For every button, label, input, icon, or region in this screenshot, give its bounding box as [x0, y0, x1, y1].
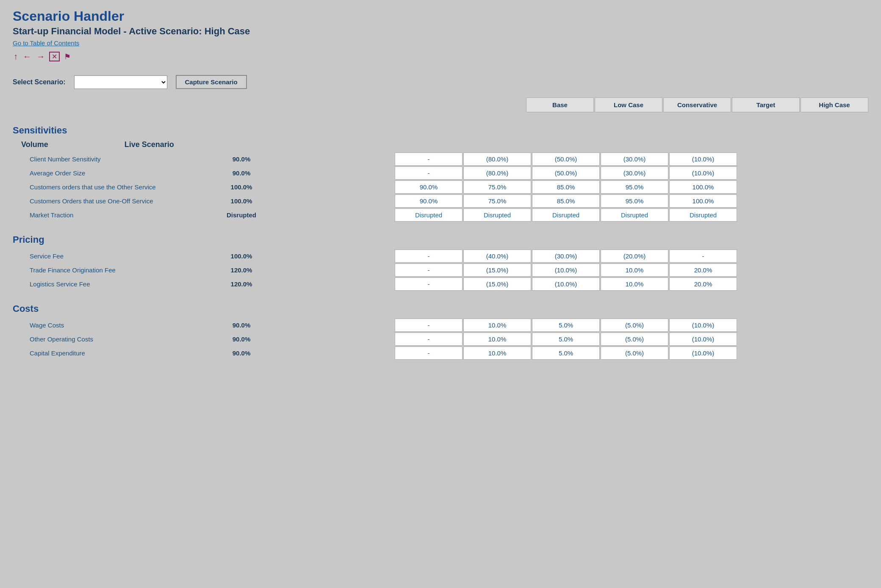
base-cell: -	[395, 333, 463, 346]
pricing-subsection: Pricing Service Fee100.0%-(40.0%)(30.0%)…	[13, 234, 868, 291]
high-cell: 100.0%	[669, 194, 737, 208]
target-cell: (5.0%)	[601, 319, 668, 332]
row-name: Other Operating Costs	[13, 333, 216, 345]
sensitivities-section: Sensitivities Volume Live Scenario Clien…	[13, 125, 868, 360]
low-cell: (80.0%)	[463, 153, 531, 166]
target-cell: (20.0%)	[601, 250, 668, 263]
main-layout: Base Low Case Conservative Target High C…	[13, 97, 868, 360]
conservative-cell: (10.0%)	[532, 263, 600, 277]
target-cell: (5.0%)	[601, 347, 668, 360]
up-arrow-button[interactable]: ↑	[13, 51, 19, 62]
row-name: Client Number Sensitivity	[13, 153, 216, 165]
volume-rows: Client Number Sensitivity90.0%-(80.0%)(5…	[13, 153, 868, 222]
subtitle: Start-up Financial Model - Active Scenar…	[13, 26, 868, 37]
target-cell: Disrupted	[601, 208, 668, 222]
base-cell: -	[395, 153, 463, 166]
row-live-value: Disrupted	[216, 209, 267, 221]
col-header-highcase: High Case	[801, 97, 868, 112]
right-arrow-button[interactable]: →	[36, 51, 46, 62]
table-row: Average Order Size90.0%-(80.0%)(50.0%)(3…	[13, 166, 868, 180]
conservative-cell: 85.0%	[532, 180, 600, 194]
row-name: Logistics Service Fee	[13, 278, 216, 290]
close-x-button[interactable]: ✕	[49, 52, 60, 61]
toc-link[interactable]: Go to Table of Contents	[13, 39, 79, 47]
row-live-value: 120.0%	[216, 278, 267, 290]
table-row: Customers orders that use the Other Serv…	[13, 180, 868, 194]
row-name: Service Fee	[13, 250, 216, 262]
base-cell: -	[395, 263, 463, 277]
base-cell: 90.0%	[395, 194, 463, 208]
conservative-cell: 85.0%	[532, 194, 600, 208]
low-cell: (15.0%)	[463, 263, 531, 277]
sensitivities-label: Sensitivities	[13, 125, 868, 136]
base-cell: -	[395, 250, 463, 263]
pricing-rows: Service Fee100.0%-(40.0%)(30.0%)(20.0%)-…	[13, 250, 868, 291]
left-arrow-button[interactable]: ←	[22, 51, 32, 62]
costs-rows: Wage Costs90.0%-10.0%5.0%(5.0%)(10.0%)Ot…	[13, 319, 868, 360]
high-cell: (10.0%)	[669, 333, 737, 346]
base-cell: -	[395, 166, 463, 180]
conservative-cell: (30.0%)	[532, 250, 600, 263]
volume-subsection: Volume Live Scenario Client Number Sensi…	[13, 140, 868, 222]
base-cell: -	[395, 347, 463, 360]
toolbar: ↑ ← → ✕ ⚑	[13, 51, 868, 62]
conservative-cell: Disrupted	[532, 208, 600, 222]
row-name: Capital Expenditure	[13, 347, 216, 359]
target-cell: 95.0%	[601, 194, 668, 208]
row-name: Market Traction	[13, 209, 216, 221]
table-row: Logistics Service Fee120.0%-(15.0%)(10.0…	[13, 277, 868, 291]
conservative-cell: 5.0%	[532, 333, 600, 346]
row-name: Customers orders that use the Other Serv…	[13, 181, 216, 193]
low-cell: 75.0%	[463, 180, 531, 194]
low-cell: 10.0%	[463, 319, 531, 332]
row-live-value: 90.0%	[216, 333, 267, 345]
app-title: Scenario Handler	[13, 8, 868, 24]
table-row: Service Fee100.0%-(40.0%)(30.0%)(20.0%)-	[13, 250, 868, 263]
flag-button[interactable]: ⚑	[63, 51, 72, 62]
table-row: Wage Costs90.0%-10.0%5.0%(5.0%)(10.0%)	[13, 319, 868, 332]
row-live-value: 90.0%	[216, 347, 267, 359]
high-cell: (10.0%)	[669, 153, 737, 166]
row-name: Wage Costs	[13, 319, 216, 331]
low-cell: Disrupted	[463, 208, 531, 222]
low-cell: (40.0%)	[463, 250, 531, 263]
high-cell: (10.0%)	[669, 319, 737, 332]
target-cell: 10.0%	[601, 263, 668, 277]
col-header-target: Target	[732, 97, 800, 112]
conservative-cell: (50.0%)	[532, 153, 600, 166]
page: Scenario Handler Start-up Financial Mode…	[0, 0, 881, 588]
conservative-cell: (10.0%)	[532, 277, 600, 291]
base-cell: -	[395, 319, 463, 332]
target-cell: (30.0%)	[601, 153, 668, 166]
table-row: Capital Expenditure90.0%-10.0%5.0%(5.0%)…	[13, 347, 868, 360]
scenario-select[interactable]	[74, 75, 167, 89]
row-live-value: 90.0%	[216, 319, 267, 331]
col-header-lowcase: Low Case	[595, 97, 662, 112]
col-header-conservative: Conservative	[663, 97, 731, 112]
low-cell: 75.0%	[463, 194, 531, 208]
volume-label: Volume	[13, 140, 48, 149]
row-live-value: 100.0%	[216, 181, 267, 193]
table-row: Other Operating Costs90.0%-10.0%5.0%(5.0…	[13, 333, 868, 346]
target-cell: 95.0%	[601, 180, 668, 194]
high-cell: 100.0%	[669, 180, 737, 194]
costs-subsection: Costs Wage Costs90.0%-10.0%5.0%(5.0%)(10…	[13, 303, 868, 360]
high-cell: 20.0%	[669, 277, 737, 291]
low-cell: 10.0%	[463, 333, 531, 346]
table-row: Trade Finance Origination Fee120.0%-(15.…	[13, 263, 868, 277]
row-live-value: 100.0%	[216, 195, 267, 207]
col-header-base: Base	[526, 97, 594, 112]
high-cell: -	[669, 250, 737, 263]
base-cell: 90.0%	[395, 180, 463, 194]
conservative-cell: (50.0%)	[532, 166, 600, 180]
controls-area: Select Scenario: Capture Scenario	[13, 75, 868, 89]
low-cell: 10.0%	[463, 347, 531, 360]
target-cell: (5.0%)	[601, 333, 668, 346]
table-row: Market TractionDisruptedDisruptedDisrupt…	[13, 208, 868, 222]
row-live-value: 100.0%	[216, 250, 267, 262]
row-live-value: 120.0%	[216, 264, 267, 276]
costs-label: Costs	[13, 303, 868, 314]
base-cell: Disrupted	[395, 208, 463, 222]
capture-scenario-button[interactable]: Capture Scenario	[176, 75, 247, 89]
row-live-value: 90.0%	[216, 153, 267, 165]
